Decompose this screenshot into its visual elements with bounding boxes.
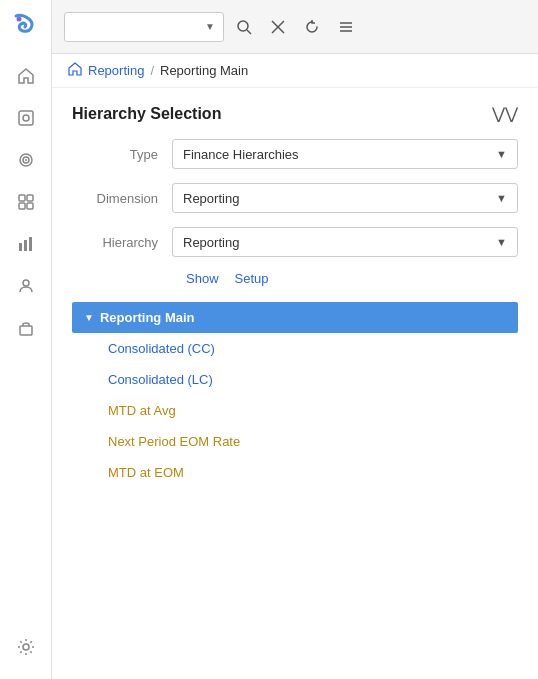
svg-rect-10 [19,243,22,251]
svg-rect-14 [20,326,32,335]
search-icon[interactable] [230,13,258,41]
tree-root-item[interactable]: ▼ Reporting Main [72,302,518,333]
dimension-select-arrow: ▼ [496,192,507,204]
svg-point-5 [25,159,27,161]
tree-child-item-2[interactable]: Consolidated (LC) [72,364,518,395]
svg-point-13 [23,280,29,286]
svg-point-16 [238,21,248,31]
breadcrumb: Reporting / Reporting Main [52,54,538,88]
svg-rect-9 [27,203,33,209]
type-select[interactable]: Finance Hierarchies ▼ [172,139,518,169]
svg-point-2 [23,115,29,121]
sidebar-item-inbox[interactable] [6,98,46,138]
svg-point-15 [23,644,29,650]
tree-child-item-4[interactable]: Next Period EOM Rate [72,426,518,457]
type-label: Type [72,147,172,162]
svg-rect-6 [19,195,25,201]
child-3-label: MTD at Avg [108,403,176,418]
svg-point-0 [16,17,21,22]
svg-rect-1 [19,111,33,125]
svg-rect-8 [19,203,25,209]
hierarchy-label: Hierarchy [72,235,172,250]
collapse-icon[interactable]: ⋁⋁ [492,104,518,123]
type-select-arrow: ▼ [496,148,507,160]
dimension-select[interactable]: Reporting ▼ [172,183,518,213]
sidebar-item-settings[interactable] [6,627,46,667]
type-row: Type Finance Hierarchies ▼ [72,139,518,169]
dimension-row: Dimension Reporting ▼ [72,183,518,213]
svg-rect-11 [24,240,27,251]
top-bar: ▼ [52,0,538,54]
search-dropdown-arrow: ▼ [205,21,215,32]
dimension-label: Dimension [72,191,172,206]
svg-line-17 [247,30,251,34]
sidebar-item-bag[interactable] [6,308,46,348]
tree-child-item-5[interactable]: MTD at EOM [72,457,518,488]
tree-child-item-3[interactable]: MTD at Avg [72,395,518,426]
main-content: ▼ [52,0,538,679]
show-link[interactable]: Show [186,271,219,286]
sidebar-item-target[interactable] [6,140,46,180]
breadcrumb-separator: / [150,63,154,78]
panel: Hierarchy Selection ⋁⋁ Type Finance Hier… [52,88,538,679]
dimension-value: Reporting [183,191,239,206]
sidebar [0,0,52,679]
sidebar-item-home[interactable] [6,56,46,96]
child-1-label: Consolidated (CC) [108,341,215,356]
hierarchy-title: Hierarchy Selection [72,105,221,123]
tree-list: ▼ Reporting Main Consolidated (CC) Conso… [72,302,518,488]
child-4-label: Next Period EOM Rate [108,434,240,449]
sidebar-item-person[interactable] [6,266,46,306]
breadcrumb-reporting-link[interactable]: Reporting [88,63,144,78]
hierarchy-row: Hierarchy Reporting ▼ [72,227,518,257]
hierarchy-selection-header: Hierarchy Selection ⋁⋁ [72,104,518,123]
breadcrumb-home-icon [68,62,82,79]
hierarchy-value: Reporting [183,235,239,250]
action-links: Show Setup [72,271,518,286]
hierarchy-select[interactable]: Reporting ▼ [172,227,518,257]
tree-child-item-1[interactable]: Consolidated (CC) [72,333,518,364]
sidebar-item-chart[interactable] [6,224,46,264]
child-5-label: MTD at EOM [108,465,184,480]
breadcrumb-current: Reporting Main [160,63,248,78]
tree-expand-icon: ▼ [84,312,94,323]
type-value: Finance Hierarchies [183,147,299,162]
setup-link[interactable]: Setup [235,271,269,286]
hierarchy-select-arrow: ▼ [496,236,507,248]
child-2-label: Consolidated (LC) [108,372,213,387]
svg-rect-12 [29,237,32,251]
tree-root-label: Reporting Main [100,310,195,325]
search-dropdown[interactable]: ▼ [64,12,224,42]
sidebar-item-grid[interactable] [6,182,46,222]
refresh-icon[interactable] [298,13,326,41]
app-logo [8,8,44,44]
menu-icon[interactable] [332,13,360,41]
close-icon[interactable] [264,13,292,41]
svg-rect-7 [27,195,33,201]
